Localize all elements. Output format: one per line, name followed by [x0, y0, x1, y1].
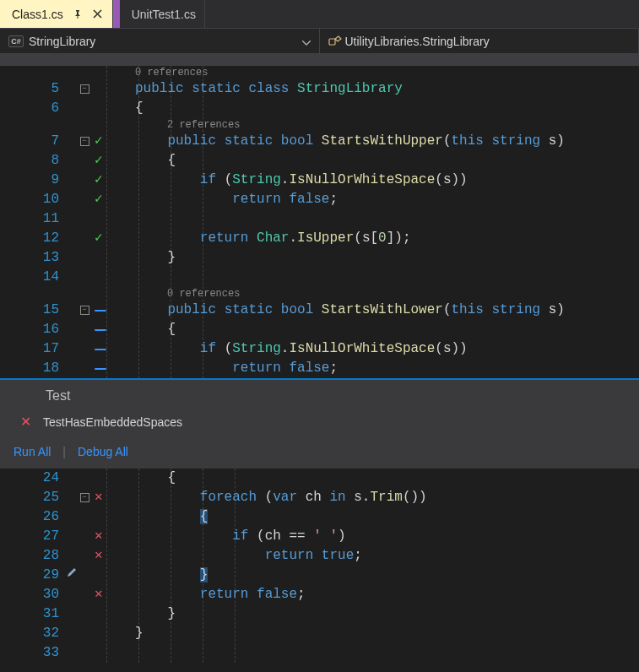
code-content: public static bool StartsWithUpper(this … — [135, 132, 565, 151]
code-content: } — [135, 604, 176, 624]
code-line[interactable]: 6{ — [0, 99, 639, 118]
code-line[interactable]: 12✓ return Char.IsUpper(s[0]); — [0, 229, 639, 248]
fold-toggle[interactable]: − — [80, 493, 89, 502]
code-content: if (String.IsNullOrWhiteSpace(s)) — [135, 339, 468, 359]
change-bar-icon — [95, 329, 106, 331]
svg-rect-0 — [77, 16, 78, 19]
fold-gutter: − — [74, 493, 95, 502]
line-number: 15 — [0, 301, 74, 320]
csharp-icon: C# — [8, 35, 24, 47]
fold-gutter: − — [74, 137, 95, 146]
status-gutter: ✕ — [95, 488, 135, 507]
codelens-references[interactable]: 0 references — [0, 287, 639, 301]
code-content: } — [135, 566, 208, 585]
code-line[interactable]: 5−public static class StringLibrary — [0, 79, 639, 99]
code-line[interactable]: 16 { — [0, 320, 639, 339]
status-gutter: ✕ — [95, 585, 135, 604]
code-line[interactable]: 13 } — [0, 248, 639, 268]
change-bar-icon — [95, 368, 106, 370]
line-number: 14 — [0, 268, 74, 287]
status-gutter: ✕ — [95, 527, 135, 546]
code-line[interactable]: 17 if (String.IsNullOrWhiteSpace(s)) — [0, 339, 639, 359]
line-number: 29 — [0, 566, 74, 585]
fail-icon: ✕ — [95, 585, 103, 604]
code-line[interactable]: 32} — [0, 624, 639, 643]
codelens-references[interactable]: 2 references — [0, 118, 639, 132]
code-line[interactable]: 30✕ return false; — [0, 585, 639, 604]
pass-icon: ✓ — [95, 229, 103, 248]
line-number: 11 — [0, 209, 74, 229]
code-line[interactable]: 25−✕ foreach (var ch in s.Trim()) — [0, 488, 639, 507]
line-number: 31 — [0, 604, 74, 624]
code-line[interactable]: 31 } — [0, 604, 639, 624]
code-editor[interactable]: 0 references5−public static class String… — [0, 66, 639, 378]
debug-all-link[interactable]: Debug All — [78, 445, 128, 458]
code-line[interactable]: 7−✓ public static bool StartsWithUpper(t… — [0, 132, 639, 151]
edit-indicator-icon — [66, 566, 78, 585]
line-number: 16 — [0, 320, 74, 339]
line-number: 17 — [0, 339, 74, 359]
fold-toggle[interactable]: − — [80, 84, 89, 94]
nav-namespace[interactable]: C# StringLibrary — [0, 29, 320, 53]
run-all-link[interactable]: Run All — [14, 445, 51, 458]
status-gutter — [95, 349, 135, 350]
code-line[interactable]: 24 { — [0, 469, 639, 488]
code-content: foreach (var ch in s.Trim()) — [135, 488, 427, 507]
code-line[interactable]: 9✓ if (String.IsNullOrWhiteSpace(s)) — [0, 171, 639, 190]
test-popup: Test ✕ TestHasEmbeddedSpaces Run All | D… — [0, 378, 639, 469]
fold-gutter: − — [74, 306, 95, 315]
change-bar-icon — [95, 349, 106, 350]
fail-icon: ✕ — [95, 488, 103, 507]
line-number: 26 — [0, 507, 74, 527]
svg-rect-1 — [329, 39, 335, 45]
code-line[interactable]: 10✓ return false; — [0, 190, 639, 209]
status-gutter: ✓ — [95, 132, 135, 151]
status-gutter — [95, 368, 135, 370]
line-number: 13 — [0, 248, 74, 268]
code-line[interactable]: 14 — [0, 268, 639, 287]
popup-test-name: TestHasEmbeddedSpaces — [43, 415, 182, 429]
pin-icon[interactable] — [72, 8, 84, 20]
code-line[interactable]: 8✓ { — [0, 151, 639, 171]
pass-icon: ✓ — [95, 132, 103, 151]
code-line[interactable]: 26 { — [0, 507, 639, 527]
nav-class[interactable]: UtilityLibraries.StringLibrary — [320, 29, 640, 53]
popup-actions: Run All | Debug All — [0, 438, 639, 469]
fail-icon: ✕ — [95, 527, 103, 546]
tab-accent — [113, 0, 120, 28]
fold-toggle[interactable]: − — [80, 137, 89, 146]
line-number: 5 — [0, 79, 74, 99]
line-number: 6 — [0, 99, 74, 118]
line-number: 32 — [0, 624, 74, 643]
code-line[interactable]: 33 — [0, 643, 639, 663]
popup-test-row[interactable]: ✕ TestHasEmbeddedSpaces — [0, 410, 639, 438]
code-line[interactable]: 28✕ return true; — [0, 546, 639, 566]
line-number: 24 — [0, 469, 74, 488]
fail-icon: ✕ — [20, 414, 31, 430]
code-line[interactable]: 15− public static bool StartsWithLower(t… — [0, 301, 639, 320]
fail-icon: ✕ — [95, 546, 103, 566]
line-number: 18 — [0, 359, 74, 378]
line-number: 7 — [0, 132, 74, 151]
code-editor-bottom[interactable]: 24 {25−✕ foreach (var ch in s.Trim())26 … — [0, 469, 639, 663]
code-content: { — [135, 99, 144, 118]
codelens-references[interactable]: 0 references — [0, 66, 639, 79]
code-content: { — [135, 507, 208, 527]
divider: | — [62, 445, 66, 458]
tab-unittest1[interactable]: UnitTest1.cs — [120, 0, 205, 28]
tab-label: UnitTest1.cs — [132, 8, 196, 21]
code-line[interactable]: 29 } — [0, 566, 639, 585]
code-line[interactable]: 11 — [0, 209, 639, 229]
code-line[interactable]: 27✕ if (ch == ' ') — [0, 527, 639, 546]
fold-toggle[interactable]: − — [80, 306, 89, 315]
tab-bar: Class1.cs UnitTest1.cs — [0, 0, 639, 29]
code-content: return false; — [135, 359, 338, 378]
status-gutter: ✓ — [95, 229, 135, 248]
tab-class1[interactable]: Class1.cs — [0, 0, 113, 28]
code-line[interactable]: 18 return false; — [0, 359, 639, 378]
line-number: 30 — [0, 585, 74, 604]
close-icon[interactable] — [92, 8, 104, 20]
code-content: } — [135, 624, 144, 643]
status-gutter: ✓ — [95, 171, 135, 190]
code-content: return false; — [135, 190, 338, 209]
